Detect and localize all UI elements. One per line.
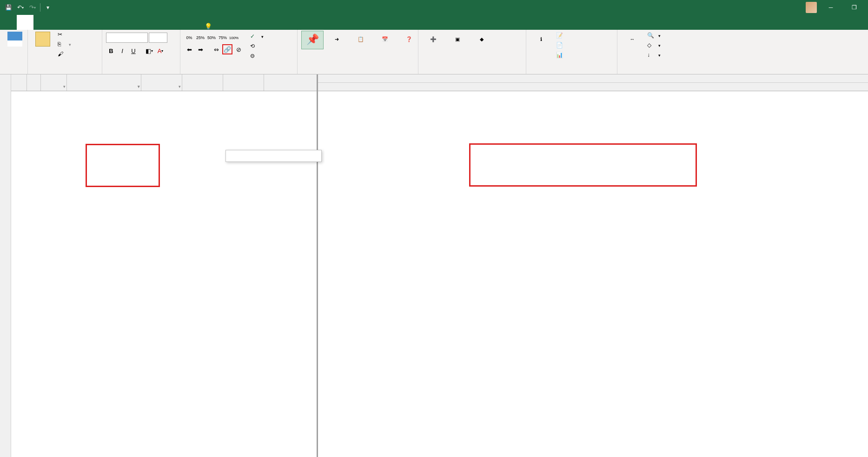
tab-help[interactable]: [100, 15, 117, 30]
col-header-name[interactable]: ▾: [67, 74, 141, 91]
quick-access-toolbar: 💾 ↶▾ ↷▾ ▾: [0, 3, 56, 12]
task-icon: ➕: [426, 32, 441, 47]
minimize-button[interactable]: ─: [822, 2, 840, 13]
timeline-icon: 📊: [556, 52, 563, 59]
search-icon: 🔍: [647, 32, 655, 40]
mode-icon: ❓: [402, 32, 417, 47]
pct25-button[interactable]: 25%: [195, 33, 205, 43]
brush-icon: 🖌: [58, 51, 65, 58]
manually-schedule-button[interactable]: 📌: [301, 31, 324, 49]
col-header-rownum[interactable]: [11, 74, 27, 91]
tab-format[interactable]: [160, 15, 177, 30]
tab-project[interactable]: [67, 15, 84, 30]
fill-button[interactable]: ↓▾: [645, 51, 663, 60]
milestone-icon: ◆: [474, 32, 489, 47]
redo-icon[interactable]: ↷▾: [28, 3, 37, 12]
fill-icon: ↓: [647, 52, 655, 59]
copy-button[interactable]: ⎘▾: [56, 40, 73, 49]
add-to-timeline-button[interactable]: 📊: [554, 51, 567, 60]
scroll-to-task-button[interactable]: ↔: [621, 31, 643, 48]
inspect-button[interactable]: 📋: [350, 31, 372, 48]
col-header-mode[interactable]: ▾: [41, 74, 67, 91]
eraser-icon: ◇: [647, 42, 655, 49]
font-color-button[interactable]: A▾: [155, 46, 166, 56]
notes-button[interactable]: 📝: [554, 32, 567, 40]
scissors-icon: ✂: [58, 31, 65, 39]
milestone-button[interactable]: ◆: [470, 31, 493, 48]
inspect-icon: 📋: [353, 32, 368, 47]
fill-color-button[interactable]: ◧▾: [144, 46, 154, 56]
notes-icon: 📝: [556, 32, 563, 40]
insert-task-button[interactable]: ➕: [422, 31, 444, 48]
font-size-select[interactable]: [149, 33, 167, 43]
pct50-button[interactable]: 50%: [206, 33, 217, 43]
pct100-button[interactable]: 100%: [229, 33, 239, 43]
tab-view[interactable]: [84, 15, 100, 30]
bucket-icon: ◧: [146, 47, 151, 54]
gantt-chart-button[interactable]: [4, 31, 26, 48]
details-button[interactable]: 📄: [554, 41, 567, 50]
find-button[interactable]: 🔍▾: [645, 32, 663, 40]
gantt-chart-sidebar[interactable]: [0, 74, 11, 457]
task-table: ▾ ▾ ▾: [11, 74, 318, 457]
tell-me-search[interactable]: 💡: [205, 23, 216, 30]
indent-button[interactable]: ➡: [195, 44, 205, 54]
details-icon: 📄: [556, 42, 563, 49]
split-task-button[interactable]: ⇔: [211, 44, 221, 54]
clear-button[interactable]: ◇▾: [645, 41, 663, 50]
deliverable-icon: [498, 32, 513, 47]
title-bar: 💾 ↶▾ ↷▾ ▾ ─ ❐: [0, 0, 868, 15]
format-painter-button[interactable]: 🖌: [56, 50, 73, 59]
user-avatar[interactable]: [806, 2, 817, 13]
link-tasks-tooltip: [225, 150, 322, 162]
save-icon[interactable]: 💾: [4, 3, 13, 12]
check-icon: ✓: [250, 33, 258, 40]
summary-button[interactable]: ▣: [446, 31, 469, 48]
move-button[interactable]: 📅: [374, 31, 396, 48]
timeline-header: [318, 74, 868, 91]
gantt-chart-pane[interactable]: [318, 74, 868, 457]
auto-icon: ➜: [329, 32, 344, 47]
lightbulb-icon: 💡: [205, 23, 212, 30]
cut-button[interactable]: ✂: [56, 31, 73, 39]
move-icon: 📅: [378, 32, 392, 47]
link-tasks-button[interactable]: 🔗: [222, 44, 232, 54]
mark-on-track-button[interactable]: ✓▾: [248, 33, 265, 41]
pct0-button[interactable]: 0%: [184, 33, 194, 43]
tab-report[interactable]: [50, 15, 67, 30]
selection-highlight-gantt: [469, 143, 697, 187]
paste-button[interactable]: [32, 31, 54, 48]
respect-icon: ⟲: [250, 43, 258, 50]
selection-highlight-rows: [86, 144, 160, 187]
auto-schedule-button[interactable]: ➜: [325, 31, 348, 48]
col-header-duration[interactable]: ▾: [141, 74, 182, 91]
information-button[interactable]: ℹ: [530, 31, 552, 48]
ribbon-tabs: 💡: [0, 15, 868, 30]
undo-icon[interactable]: ↶▾: [16, 3, 25, 12]
bold-button[interactable]: B: [106, 46, 116, 56]
col-header-finish[interactable]: [223, 74, 264, 91]
col-header-start[interactable]: [182, 74, 223, 91]
deliverable-button[interactable]: [495, 31, 517, 48]
col-header-info[interactable]: [27, 74, 41, 91]
link-icon: 🔗: [224, 46, 231, 53]
info-icon: ℹ: [534, 32, 549, 47]
unlink-tasks-button[interactable]: ⊘: [233, 44, 244, 54]
font-name-select[interactable]: [106, 33, 148, 43]
scroll-icon: ↔: [625, 32, 640, 47]
italic-button[interactable]: I: [117, 46, 127, 56]
tab-resource[interactable]: [33, 15, 50, 30]
outdent-button[interactable]: ⬅: [184, 44, 194, 54]
gantt-chart-icon: [7, 32, 22, 47]
mode-button[interactable]: ❓: [398, 31, 420, 48]
respect-links-button[interactable]: ⟲: [248, 42, 265, 51]
tab-file[interactable]: [0, 15, 17, 30]
copy-icon: ⎘: [58, 41, 65, 48]
restore-button[interactable]: ❐: [845, 2, 863, 13]
underline-button[interactable]: U: [128, 46, 139, 56]
qat-dropdown-icon[interactable]: ▾: [43, 3, 53, 12]
inactivate-button[interactable]: ⊖: [248, 52, 265, 60]
pin-icon: 📌: [305, 32, 320, 47]
tab-task[interactable]: [17, 15, 33, 30]
pct75-button[interactable]: 75%: [218, 33, 228, 43]
